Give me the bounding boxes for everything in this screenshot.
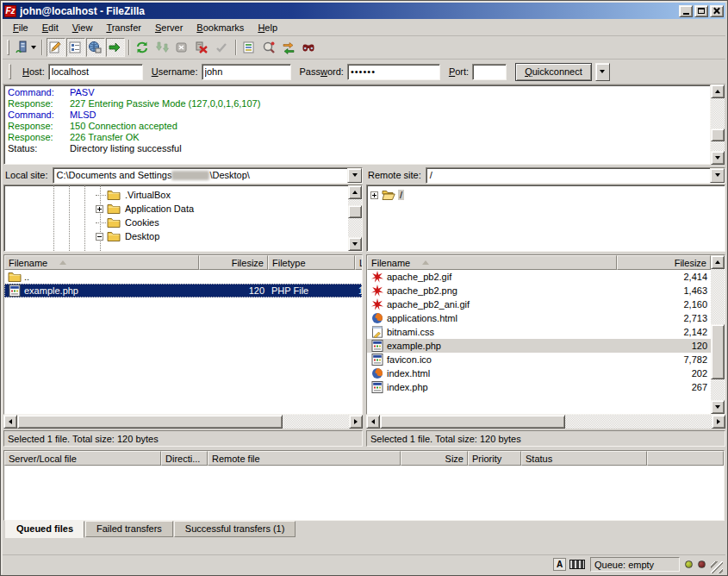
file-row-applications-html[interactable]: applications.html2,713 xyxy=(367,311,711,325)
resize-grip[interactable] xyxy=(711,561,723,573)
menu-edit[interactable]: Edit xyxy=(35,21,65,34)
column-header-filename[interactable]: Filename xyxy=(367,255,617,270)
menu-server[interactable]: Server xyxy=(148,21,190,34)
queue-column-server-local-file[interactable]: Server/Local file xyxy=(4,451,161,466)
column-header-filesize[interactable]: Filesize xyxy=(617,255,711,270)
local-hscrollbar[interactable] xyxy=(3,415,363,429)
scroll-thumb[interactable] xyxy=(711,128,725,141)
scroll-down-button[interactable] xyxy=(711,400,725,414)
queue-column-item[interactable] xyxy=(647,451,724,466)
column-header-filesize[interactable]: Filesize xyxy=(199,255,268,270)
tab-failed-transfers[interactable]: Failed transfers xyxy=(85,521,173,537)
username-input[interactable] xyxy=(202,64,291,80)
remote-hscrollbar[interactable] xyxy=(366,415,725,429)
queue-column-status[interactable]: Status xyxy=(521,451,647,466)
host-input[interactable] xyxy=(48,64,143,80)
password-input[interactable] xyxy=(347,64,440,80)
scroll-left-button[interactable] xyxy=(3,415,17,429)
quickconnect-dropdown[interactable] xyxy=(595,63,610,81)
local-tree-item-desktop[interactable]: Desktop xyxy=(4,229,348,243)
disconnect-button[interactable] xyxy=(193,38,212,57)
scroll-track[interactable] xyxy=(711,98,725,151)
queue-column-remote-file[interactable]: Remote file xyxy=(208,451,401,466)
queue-column-size[interactable]: Size xyxy=(401,451,468,466)
collapse-icon[interactable] xyxy=(96,233,103,241)
file-row-apache-pb2-png[interactable]: apache_pb2.png1,463 xyxy=(367,284,711,297)
tab-queued-files[interactable]: Queued files xyxy=(5,521,84,538)
compare-button[interactable] xyxy=(260,38,279,57)
queue-body[interactable] xyxy=(4,466,724,520)
remote-path-combo[interactable]: / xyxy=(426,167,725,184)
file-row-apache-pb2-ani-gif[interactable]: apache_pb2_ani.gif2,160 xyxy=(367,297,711,311)
file-row-example-php[interactable]: example.php120PHP File1 xyxy=(4,284,362,297)
cancel-button[interactable] xyxy=(173,38,192,57)
remote-tree-item-item[interactable]: / xyxy=(367,188,725,202)
title-bar[interactable]: Fz john@localhost - FileZilla xyxy=(3,3,725,19)
scroll-thumb[interactable] xyxy=(711,324,725,379)
menu-help[interactable]: Help xyxy=(251,21,284,34)
file-row-bitnami-css[interactable]: bitnami.css2,142 xyxy=(367,325,711,339)
toolbar-grip[interactable] xyxy=(7,40,9,55)
quickconnect-grip[interactable] xyxy=(9,64,11,79)
column-header-filename[interactable]: Filename xyxy=(4,255,199,270)
remote-path-dropdown[interactable] xyxy=(710,168,725,183)
toggle-local-tree-button[interactable] xyxy=(66,38,85,57)
close-button[interactable] xyxy=(710,5,724,17)
tab-successful-transfers-1[interactable]: Successful transfers (1) xyxy=(174,521,296,537)
filter-button[interactable] xyxy=(240,38,259,57)
local-path-combo[interactable]: C:\Documents and Settings\Desktop\ xyxy=(53,167,363,184)
toggle-remote-tree-button[interactable] xyxy=(86,38,105,57)
local-path-dropdown[interactable] xyxy=(347,168,362,183)
scroll-track[interactable] xyxy=(565,415,712,429)
log-scrollbar[interactable] xyxy=(711,85,725,165)
remote-list-scrollbar[interactable] xyxy=(711,255,725,414)
menu-file[interactable]: File xyxy=(6,21,35,34)
local-tree-item-cookies[interactable]: Cookies xyxy=(4,216,348,229)
toggle-queue-button[interactable] xyxy=(106,38,125,57)
menu-view[interactable]: View xyxy=(65,21,100,34)
port-input[interactable] xyxy=(472,64,507,80)
sync-browsing-button[interactable] xyxy=(280,38,299,57)
site-manager-dropdown-arrow[interactable] xyxy=(31,46,36,49)
file-row-favicon-ico[interactable]: favicon.ico7,782 xyxy=(367,353,711,366)
process-queue-button[interactable] xyxy=(153,38,172,57)
expand-icon[interactable] xyxy=(96,205,103,213)
file-row-item[interactable]: .. xyxy=(4,270,362,284)
menu-bookmarks[interactable]: Bookmarks xyxy=(190,21,251,34)
site-manager-button[interactable] xyxy=(13,38,38,57)
scroll-right-button[interactable] xyxy=(349,415,363,429)
file-row-index-html[interactable]: index.html202 xyxy=(367,366,711,380)
toggle-log-button[interactable] xyxy=(47,38,65,57)
scroll-track[interactable] xyxy=(283,415,349,429)
quickconnect-button[interactable]: Quickconnect xyxy=(515,63,592,81)
scroll-right-button[interactable] xyxy=(712,415,725,429)
scroll-thumb[interactable] xyxy=(380,415,565,429)
column-header-l[interactable]: L xyxy=(355,255,362,270)
scroll-down-button[interactable] xyxy=(711,151,725,165)
scroll-thumb[interactable] xyxy=(348,205,362,218)
scroll-track[interactable] xyxy=(711,269,725,400)
menu-transfer[interactable]: Transfer xyxy=(99,21,148,34)
scroll-track[interactable] xyxy=(348,199,362,237)
scroll-down-button[interactable] xyxy=(348,237,362,251)
maximize-button[interactable] xyxy=(694,5,708,17)
file-row-index-php[interactable]: index.php267 xyxy=(367,380,711,394)
scroll-left-button[interactable] xyxy=(366,415,380,429)
minimize-button[interactable] xyxy=(679,5,693,17)
file-row-example-php[interactable]: example.php120 xyxy=(367,339,711,353)
reconnect-button[interactable] xyxy=(213,38,232,57)
expand-icon[interactable] xyxy=(370,191,378,199)
encryption-indicator-icon[interactable] xyxy=(569,560,585,569)
transfer-type-indicator[interactable]: A xyxy=(553,558,566,571)
scroll-up-button[interactable] xyxy=(711,255,725,269)
scroll-thumb[interactable] xyxy=(17,415,283,429)
find-files-button[interactable] xyxy=(300,38,319,57)
local-tree-item-virtualbox[interactable]: .VirtualBox xyxy=(4,188,348,202)
scroll-up-button[interactable] xyxy=(348,185,362,199)
refresh-button[interactable] xyxy=(134,38,152,57)
scroll-up-button[interactable] xyxy=(711,85,725,98)
queue-column-directi[interactable]: Directi... xyxy=(161,451,208,466)
local-tree-item-application-data[interactable]: Application Data xyxy=(4,202,348,216)
column-header-filetype[interactable]: Filetype xyxy=(268,255,355,270)
file-row-apache-pb2-gif[interactable]: apache_pb2.gif2,414 xyxy=(367,270,711,284)
